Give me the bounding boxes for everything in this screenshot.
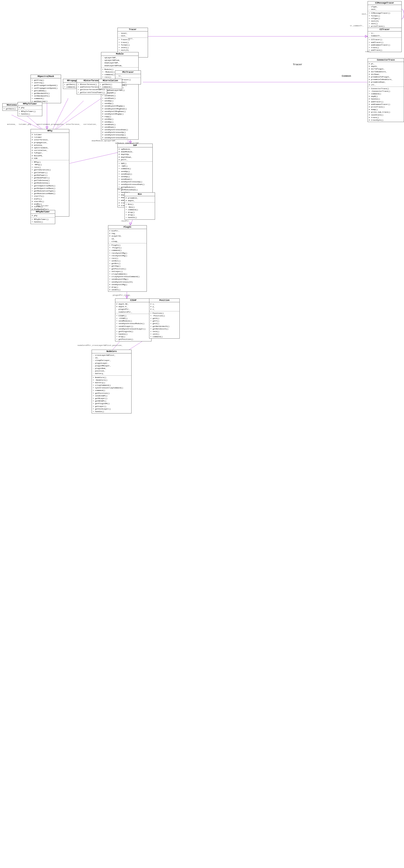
box-title-connectortrace: ConnectorTrace	[368, 58, 404, 62]
box-methods-cimessagetracer: + CIMessageTracer() + format() + cIType(…	[368, 11, 401, 28]
box-bin: Bin # preamble_ # depth_ + Bin() + ~Bin(…	[124, 192, 155, 220]
box-methods-connectortrace: + ConnectorTrace() + ~ConnectorTrace() +…	[368, 87, 404, 122]
label-next-cimessagetracer: next_	[362, 13, 367, 15]
box-attrs-bin: # preamble_ # depth_	[125, 196, 155, 203]
box-title-pkttracer: PktTracer	[115, 71, 141, 74]
label-downmodule: downModule_upLayerSAP_	[92, 140, 116, 142]
box-attrs-mphytxtimer: # phy	[18, 106, 42, 110]
box-attrs-mphy: # txtimer # rxtimer # interference_ # pr…	[31, 133, 69, 160]
label-interference: interference_	[66, 123, 80, 125]
box-title-sap: SAP	[118, 144, 152, 147]
svg-line-25	[66, 153, 117, 164]
label-common: Common	[342, 74, 351, 78]
svg-marker-17	[46, 127, 48, 129]
box-attrs-plugin: # binPtr_ # tag_ # uLayerId_ - id_ - cls…	[108, 229, 147, 243]
label-binptr: /binPtr_	[121, 220, 130, 222]
label-pluginptr-clsap: pluginPtr_clsap_	[113, 294, 131, 296]
box-title-plugin: PlugIn	[108, 225, 147, 229]
label-next-tracer: next_	[128, 37, 134, 40]
box-cisap: CISAP # depth.NC_ # depth.P_ - pluginPtr…	[115, 299, 151, 341]
box-attrs-pkttracer: - tr_	[115, 74, 141, 78]
box-title-tracer: Tracer	[118, 28, 148, 31]
box-methods-plugin: + PlugIn() + ~PlugIn() + command() + rec…	[108, 243, 147, 291]
box-title-citracer: CITracer	[368, 28, 401, 31]
box-nodecore: NodeCore - crossLayerSAPlist_ - id_ - cl…	[92, 350, 132, 413]
box-title-cimessagetracer: CIMessageTracer	[368, 1, 401, 5]
svg-marker-14	[126, 296, 128, 299]
svg-marker-12	[129, 223, 132, 225]
box-attrs-position: # x_ # y_ # z_	[149, 302, 179, 311]
box-methods-nodecore: + NodeCore() + ~NodeCore() + battery() +…	[92, 376, 131, 413]
box-attrs-citracer: - tr_ - CommonTr_	[368, 31, 401, 38]
box-methods-bin: + Bin() + ~Bin() + command() + drop() + …	[125, 203, 155, 219]
box-module: Module - upLayerSAP_ - upLayerSAPnum_ - …	[101, 52, 139, 140]
box-methods-mcorrelation: + getGain() + command()	[99, 83, 122, 89]
box-cimessagetracer: CIMessageTracer - cType_ - next_ + CIMes…	[368, 1, 402, 28]
box-methods-position: + Position() + ~Position() + getX() + ge…	[149, 311, 179, 339]
box-citracer: CITracer - tr_ - CommonTr_ + CITracer() …	[368, 28, 402, 52]
box-position: Position # x_ # y_ # z_ + Position() + ~…	[149, 299, 180, 339]
box-title-mphytxtimer: MPhyTxTimer	[18, 102, 42, 106]
svg-marker-3	[365, 35, 368, 37]
label-txtimer-phy: txtimer_phy	[19, 123, 31, 125]
label-antenna: antenna_	[7, 123, 16, 125]
box-methods-mphytxtimer: + MPhyTxTimer() + handle()	[18, 110, 42, 116]
box-methods-cisap: + CISAP() + ~CISAP() + sendModule() + se…	[115, 314, 151, 341]
box-title-bin: Bin	[125, 193, 155, 196]
box-mphy: MPhy # txtimer # rxtimer # interference_…	[31, 129, 69, 217]
box-title-nodecore: NodeCore	[92, 350, 131, 353]
svg-line-22	[26, 115, 42, 129]
box-attrs-cisap: # depth.NC_ # depth.P_ - pluginPtr_ - no…	[115, 302, 151, 314]
box-attrs-connectortrace: # pt_ # depth_ # dirToPlugin_ # dirToNod…	[368, 62, 404, 87]
box-title-mcorrelation: MCorrelation	[99, 79, 122, 83]
box-methods-mphy: + MPhy() + ~MPhy() + recv() + getTxDurat…	[31, 160, 69, 216]
box-attrs-nodecore: - crossLayerSAPlist_ - id_ - clsapPerLay…	[92, 353, 131, 376]
box-attrs-tracer: - level_ - next_	[118, 31, 148, 38]
box-title-cisap: CISAP	[115, 299, 151, 302]
box-attrs-sap: # upModule_ # downModule_ # depthUp_ # d…	[118, 147, 152, 162]
label-nodecore-crosslayer: nodeCorePPtr_crossLayerSAPlist_position_	[78, 344, 123, 346]
label-tr-commontr: tr_commonTr_	[350, 25, 364, 27]
box-mphytxtimer: MPhyTxTimer # phy + MPhyTxTimer() + hand…	[18, 102, 42, 116]
box-plugin: PlugIn # binPtr_ # tag_ # uLayerId_ - id…	[108, 225, 147, 292]
label-citr: ciTr_	[365, 51, 371, 53]
box-attrs-cimessagetracer: - cType_ - next_	[368, 5, 401, 11]
label-phy-txtimer: phy_txtimer	[36, 205, 49, 207]
label-tracer-heading: Tracer	[293, 63, 302, 66]
box-connectortrace: ConnectorTrace # pt_ # depth_ # dirToPlu…	[368, 58, 404, 122]
box-title-mphy: MPhy	[31, 129, 69, 133]
box-title-position: Position	[149, 299, 179, 302]
label-correlation: correlation_	[83, 123, 97, 125]
box-methods-mphyrxtimer: + MPhyRxTimer() + handle()	[31, 218, 55, 224]
box-attrs-mphyrxtimer: # phy	[31, 214, 55, 218]
box-title-module: Module	[101, 52, 138, 56]
box-title-mphyrxtimer: MPhyRxTimer	[31, 210, 55, 214]
diagram-container: CIMessageTracer - cType_ - next_ + CIMes…	[0, 0, 404, 868]
box-methods-citracer: + CITracer() + addTracer() + addCommonTr…	[368, 38, 401, 52]
svg-line-21	[12, 115, 41, 129]
label-spectralmask: spectralmask_propagation_	[36, 123, 65, 125]
box-mphyrxtimer: MPhyRxTimer # phy + MPhyRxTimer() + hand…	[31, 210, 55, 224]
box-mcorrelation: MCorrelation + getGain() + command()	[99, 79, 122, 89]
label-pkttr: pktTr_	[117, 188, 124, 190]
box-attrs-module: - upLayerSAP_ - upLayerSAPnum_ - downLay…	[101, 56, 138, 68]
box-mspectralmask: MSpectralMask + getFreq() + setFreq() + …	[31, 74, 61, 103]
box-methods-mspectralmask: + getFreq() + setFreq() + getPropagation…	[31, 79, 61, 103]
box-title-mspectralmask: MSpectralMask	[31, 75, 61, 79]
label-upmodule: upModule_downLayerSAP_	[115, 142, 140, 144]
